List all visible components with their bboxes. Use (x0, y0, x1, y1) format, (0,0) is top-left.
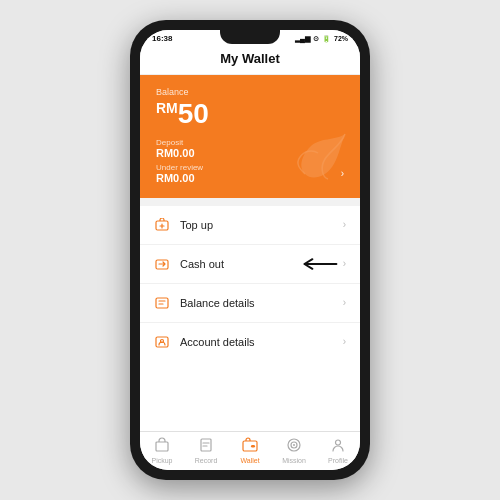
pickup-icon (154, 437, 170, 456)
menu-item-cashout[interactable]: Cash out › (140, 245, 360, 284)
menu-list: Top up › Cash out › (140, 206, 360, 431)
balance-value: 50 (178, 98, 209, 129)
bottom-nav: Pickup Record (140, 431, 360, 470)
mission-nav-label: Mission (282, 457, 306, 464)
balance-details-chevron-icon: › (343, 297, 346, 308)
phone-notch (220, 30, 280, 44)
battery-icon: 🔋 (322, 35, 331, 43)
svg-point-11 (293, 444, 295, 446)
topup-icon (154, 217, 170, 233)
nav-item-profile[interactable]: Profile (320, 437, 356, 464)
nav-header: My Wallet (140, 45, 360, 75)
cashout-chevron-icon: › (343, 258, 346, 269)
record-nav-label: Record (195, 457, 218, 464)
nav-item-mission[interactable]: Mission (276, 437, 312, 464)
svg-rect-6 (201, 439, 211, 451)
account-details-chevron-icon: › (343, 336, 346, 347)
balance-label: Balance (156, 87, 344, 97)
profile-icon (330, 437, 346, 456)
bird-watermark (290, 129, 350, 188)
nav-item-record[interactable]: Record (188, 437, 224, 464)
mission-icon (286, 437, 302, 456)
menu-item-balance-details[interactable]: Balance details › (140, 284, 360, 323)
menu-item-topup[interactable]: Top up › (140, 206, 360, 245)
balance-details-icon (154, 295, 170, 311)
wallet-icon (242, 437, 258, 456)
balance-prefix: RM (156, 100, 178, 116)
phone-screen: 16:38 ▂▄▆ ⊙ 🔋 72% My Wallet Balance RM50… (140, 30, 360, 470)
nav-item-pickup[interactable]: Pickup (144, 437, 180, 464)
wifi-icon: ⊙ (313, 35, 319, 43)
arrow-annotation (298, 255, 338, 273)
svg-point-12 (336, 440, 341, 445)
battery-percent: 72% (334, 35, 348, 42)
record-icon (198, 437, 214, 456)
pickup-nav-label: Pickup (151, 457, 172, 464)
status-time: 16:38 (152, 34, 172, 43)
signal-icon: ▂▄▆ (295, 35, 310, 43)
account-details-label: Account details (180, 336, 343, 348)
status-icons: ▂▄▆ ⊙ 🔋 72% (295, 35, 348, 43)
topup-label: Top up (180, 219, 343, 231)
svg-rect-8 (251, 445, 255, 448)
svg-rect-2 (156, 298, 168, 308)
phone-frame: 16:38 ▂▄▆ ⊙ 🔋 72% My Wallet Balance RM50… (130, 20, 370, 480)
review-label: Under review (156, 163, 203, 172)
topup-chevron-icon: › (343, 219, 346, 230)
profile-nav-label: Profile (328, 457, 348, 464)
wallet-card: Balance RM50 Deposit RM0.00 Under review… (140, 75, 360, 198)
wallet-nav-label: Wallet (240, 457, 259, 464)
balance-amount: RM50 (156, 99, 344, 130)
page-title: My Wallet (220, 51, 279, 66)
balance-details-label: Balance details (180, 297, 343, 309)
review-value: RM0.00 (156, 172, 203, 184)
account-details-icon (154, 334, 170, 350)
menu-item-account-details[interactable]: Account details › (140, 323, 360, 361)
cashout-icon (154, 256, 170, 272)
svg-rect-5 (156, 442, 168, 451)
nav-item-wallet[interactable]: Wallet (232, 437, 268, 464)
